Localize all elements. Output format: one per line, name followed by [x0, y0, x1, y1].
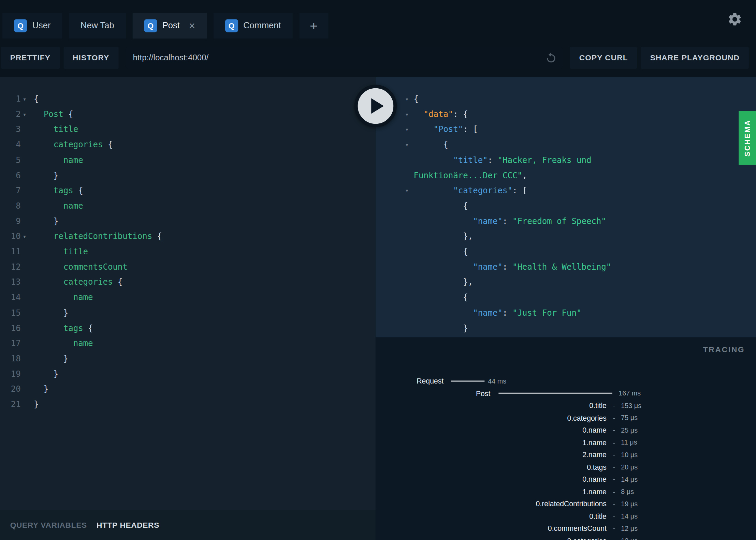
token — [34, 140, 54, 149]
token: : — [488, 155, 498, 165]
token — [414, 308, 473, 317]
token: { — [152, 231, 162, 241]
code-text: } — [414, 321, 468, 336]
code-text: } — [34, 382, 48, 397]
query-variables-tab[interactable]: QUERY VARIABLES — [10, 521, 87, 529]
token — [34, 262, 63, 271]
gutter — [376, 321, 414, 336]
token: Funktionäre...Der CCC" — [414, 170, 522, 180]
trace-dash: - — [613, 426, 615, 434]
query-badge-icon: Q — [144, 19, 157, 32]
query-pane: 1▾{2▾ Post {3 title4 categories {5 name6… — [0, 77, 376, 540]
token: { — [414, 201, 468, 210]
trace-dash: - — [613, 487, 615, 496]
code-line: }, — [376, 275, 756, 290]
fold-icon[interactable]: ▾ — [23, 229, 26, 244]
token — [414, 124, 434, 134]
fold-icon[interactable]: ▾ — [405, 183, 409, 198]
copy-curl-button[interactable]: COPY CURL — [570, 47, 637, 69]
gutter: 4 — [0, 137, 34, 153]
token: } — [34, 216, 58, 226]
code-text: { — [414, 244, 468, 260]
token: { — [73, 185, 83, 195]
token: "data" — [424, 109, 453, 119]
code-text: { — [414, 198, 468, 214]
code-line: 19 } — [0, 366, 376, 382]
token: } — [34, 400, 39, 409]
http-headers-tab[interactable]: HTTP HEADERS — [97, 521, 159, 529]
gutter: 2▾ — [0, 107, 34, 122]
trace-row: 0.categories-75 μs — [376, 412, 756, 424]
token: : [ — [463, 124, 478, 134]
tab-new-tab[interactable]: New Tab — [69, 13, 126, 39]
query-editor[interactable]: 1▾{2▾ Post {3 title4 categories {5 name6… — [0, 77, 376, 510]
line-number: 4 — [16, 137, 20, 153]
fold-icon[interactable]: ▾ — [405, 92, 409, 107]
code-text: } — [34, 214, 58, 229]
code-text: name — [34, 290, 93, 305]
trace-dash: - — [613, 537, 615, 540]
code-text: name — [34, 153, 83, 168]
fold-icon[interactable]: ▾ — [405, 137, 409, 153]
code-line: "name": "Freedom of Speech" — [376, 214, 756, 229]
token: }, — [414, 277, 473, 287]
gutter: 7 — [0, 183, 34, 198]
gutter: 6 — [0, 168, 34, 183]
tab-comment[interactable]: QComment — [214, 13, 293, 39]
tab-post[interactable]: QPost× — [132, 13, 206, 39]
token: }, — [414, 231, 473, 241]
history-button[interactable]: HISTORY — [63, 47, 118, 69]
close-tab-icon[interactable]: × — [189, 20, 195, 31]
fold-icon[interactable]: ▾ — [405, 107, 409, 122]
code-text: name — [34, 198, 83, 214]
code-line: 10▾ relatedContributions { — [0, 229, 376, 244]
code-text: }, — [414, 229, 473, 244]
code-line: 21} — [0, 397, 376, 412]
query-badge-icon: Q — [14, 19, 27, 32]
trace-field-name: 0.name — [376, 426, 607, 434]
line-number: 20 — [11, 382, 21, 397]
prettify-button[interactable]: PRETTIFY — [1, 47, 60, 69]
token: } — [34, 354, 68, 363]
token: title — [54, 124, 78, 134]
trace-dash: - — [613, 438, 615, 447]
token — [34, 323, 63, 333]
gutter: 17 — [0, 336, 34, 351]
code-text: } — [34, 397, 39, 412]
token — [34, 155, 63, 165]
token: { — [414, 140, 448, 149]
fold-icon[interactable]: ▾ — [23, 92, 26, 107]
fold-icon[interactable]: ▾ — [405, 122, 409, 137]
token: { — [103, 140, 113, 149]
trace-row: 1.name-11 μs — [376, 436, 756, 449]
add-tab-button[interactable]: + — [299, 13, 328, 39]
token — [34, 292, 73, 302]
editor-footer: QUERY VARIABLES HTTP HEADERS — [0, 510, 376, 540]
reset-endpoint-icon[interactable] — [545, 51, 557, 66]
token: title — [63, 247, 88, 256]
code-text: { — [414, 290, 468, 305]
endpoint-input[interactable] — [133, 53, 555, 62]
tab-user[interactable]: QUser — [2, 13, 62, 39]
gutter — [376, 244, 414, 260]
token: { — [414, 292, 468, 302]
line-number: 17 — [11, 336, 21, 351]
fold-icon[interactable]: ▾ — [23, 107, 26, 122]
trace-row: Post167 ms — [376, 387, 756, 400]
trace-dash: - — [613, 414, 615, 422]
code-line: 4 categories { — [0, 137, 376, 153]
share-playground-button[interactable]: SHARE PLAYGROUND — [641, 47, 749, 69]
schema-tab[interactable]: SCHEMA — [739, 111, 756, 165]
line-number: 16 — [11, 321, 21, 336]
token — [414, 185, 453, 195]
gutter: 14 — [0, 290, 34, 305]
gutter — [376, 259, 414, 275]
trace-duration: 25 μs — [621, 426, 638, 434]
code-line: "name": "Health & Wellbeing" — [376, 259, 756, 275]
line-number: 3 — [16, 122, 20, 137]
line-number: 1 — [16, 92, 20, 107]
execute-query-button[interactable] — [354, 85, 397, 127]
code-line: 18 } — [0, 351, 376, 366]
code-text: "categories": [ — [414, 183, 527, 198]
settings-gear-icon[interactable] — [727, 12, 742, 29]
